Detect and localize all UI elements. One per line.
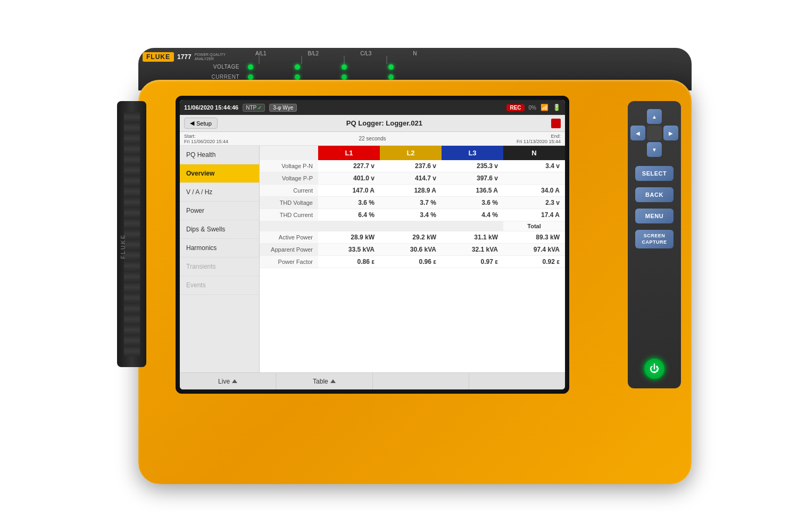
dpad-left-button[interactable]: ◀ — [630, 126, 645, 140]
val-thdv-l1: 3.6 % — [318, 197, 380, 209]
val-vpn-l2: 237.6 v — [380, 160, 442, 172]
dpad: ▲ ◀ ▶ ▼ — [630, 109, 678, 157]
led-current-l2 — [295, 74, 300, 80]
val-vpn-n: 3.4 v — [503, 160, 565, 172]
device-subtitle-2: ANALYZER — [195, 57, 226, 61]
val-app-l2: 30.6 kVA — [380, 244, 442, 256]
start-time: Start: Fri 11/06/2020 15:44 — [184, 134, 228, 144]
dpad-up-button[interactable]: ▲ — [647, 109, 662, 124]
live-button[interactable]: Live — [180, 373, 276, 389]
dpad-empty-tr — [663, 109, 678, 124]
wifi-icon: 📶 — [541, 104, 548, 111]
val-app-l1: 33.5 kVA — [318, 244, 380, 256]
table-row: Voltage P-P 401.0 v 414.7 v 397.6 v — [260, 172, 565, 185]
val-ap-l1: 28.9 kW — [318, 231, 380, 244]
pct-display: 0% — [529, 105, 536, 111]
label-thd-voltage: THD Voltage — [260, 197, 318, 209]
table-row: Current 147.0 A 128.9 A 136.5 A 34.0 A — [260, 185, 565, 197]
right-control-panel: ▲ ◀ ▶ ▼ SELECT BACK MENU SCREEN CAPTURE … — [628, 101, 681, 388]
table-row: Voltage P-N 227.7 v 237.6 v 235.3 v 3.4 … — [260, 160, 565, 172]
total-header: Total — [503, 221, 565, 231]
power-button[interactable]: ⏻ — [643, 357, 666, 380]
val-pf-l2: 0.96 ε — [380, 256, 442, 268]
mode-indicator: 3-φ Wye — [269, 104, 297, 112]
label-active-power: Active Power — [260, 231, 318, 244]
led-voltage-n — [388, 64, 394, 70]
separator-row: Total — [260, 221, 565, 231]
screen-bezel: 11/06/2020 15:44:46 NTP ✓ 3-φ Wye REC 0%… — [176, 96, 569, 394]
sidebar-item-pq-health[interactable]: PQ Health — [180, 146, 259, 164]
sidebar-item-transients[interactable]: Transients — [180, 257, 259, 276]
sidebar-item-harmonics[interactable]: Harmonics — [180, 239, 259, 257]
dpad-empty-bl — [630, 142, 645, 157]
label-apparent-power: Apparent Power — [260, 244, 318, 256]
channel-label-n: N — [413, 51, 417, 56]
time-range-bar: Start: Fri 11/06/2020 15:44 22 seconds E… — [180, 132, 565, 146]
label-power-factor: Power Factor — [260, 256, 318, 268]
device: A/L1 B/L2 C/L3 N VOLTAGE — [106, 48, 692, 484]
table-row: THD Current 6.4 % 3.4 % 4.4 % 17.4 A — [260, 209, 565, 221]
setup-button[interactable]: ◀ Setup — [184, 118, 218, 129]
table-row: Apparent Power 33.5 kVA 30.6 kVA 32.1 kV… — [260, 244, 565, 256]
sidebar-item-vahz[interactable]: V / A / Hz — [180, 183, 259, 202]
measurements-table: L1 L2 L3 N Voltage P-N 227.7 v 237.6 v — [260, 146, 565, 268]
data-area: L1 L2 L3 N Voltage P-N 227.7 v 237.6 v — [260, 146, 565, 372]
val-pf-total: 0.92 ε — [503, 256, 565, 268]
table-row: Power Factor 0.86 ε 0.96 ε 0.97 ε 0.92 ε — [260, 256, 565, 268]
back-button[interactable]: BACK — [635, 187, 674, 202]
end-time: End: Fri 11/13/2020 15:44 — [517, 134, 561, 144]
header-l3: L3 — [442, 146, 503, 160]
empty-btn-1 — [373, 373, 469, 389]
sidebar-item-dips-swells[interactable]: Dips & Swells — [180, 220, 259, 239]
sidebar: PQ Health Overview V / A / Hz Power Dips… — [180, 146, 260, 372]
sidebar-item-power[interactable]: Power — [180, 202, 259, 220]
led-voltage-l3 — [342, 64, 347, 70]
connector-line-2 — [301, 56, 302, 64]
val-pf-l1: 0.86 ε — [318, 256, 380, 268]
sidebar-item-events[interactable]: Events — [180, 276, 259, 295]
connector-line-4 — [386, 56, 387, 64]
val-vpn-l1: 227.7 v — [318, 160, 380, 172]
led-voltage-l2 — [295, 64, 300, 70]
val-vpp-l1: 401.0 v — [318, 172, 380, 185]
dpad-right-button[interactable]: ▶ — [663, 126, 678, 140]
table-button[interactable]: Table — [276, 373, 372, 389]
val-thdv-l2: 3.7 % — [380, 197, 442, 209]
label-voltage-pp: Voltage P-P — [260, 172, 318, 185]
setup-label: Setup — [196, 120, 212, 127]
model-number: 1777 — [177, 53, 192, 61]
battery-icon: 🔋 — [553, 104, 561, 111]
val-thdc-n: 17.4 A — [503, 209, 565, 221]
bottom-bar: Live Table — [180, 372, 565, 389]
ntp-check-icon: ✓ — [257, 105, 262, 111]
dpad-down-button[interactable]: ▼ — [647, 142, 662, 157]
val-thdc-l3: 4.4 % — [442, 209, 503, 221]
menu-button[interactable]: MENU — [635, 209, 674, 223]
val-thdv-n: 2.3 v — [503, 197, 565, 209]
sidebar-item-overview[interactable]: Overview — [180, 164, 259, 183]
dpad-empty-tl — [630, 109, 645, 124]
val-cur-l1: 147.0 A — [318, 185, 380, 197]
screen-capture-button[interactable]: SCREEN CAPTURE — [635, 230, 674, 248]
logger-title: PQ Logger: Logger.021 — [222, 119, 547, 127]
val-ap-l2: 29.2 kW — [380, 231, 442, 244]
table-label: Table — [313, 378, 328, 385]
val-vpn-l3: 235.3 v — [442, 160, 503, 172]
ntp-indicator: NTP ✓ — [243, 104, 265, 112]
val-ap-l3: 31.1 kW — [442, 231, 503, 244]
live-label: Live — [218, 378, 230, 385]
val-vpp-n — [503, 172, 565, 185]
led-voltage-l1 — [248, 64, 253, 70]
datetime-display: 11/06/2020 15:44:46 — [184, 104, 238, 111]
header-l2: L2 — [380, 146, 442, 160]
val-cur-n: 34.0 A — [503, 185, 565, 197]
table-row: Active Power 28.9 kW 29.2 kW 31.1 kW 89.… — [260, 231, 565, 244]
select-button[interactable]: SELECT — [635, 166, 674, 181]
led-current-l3 — [342, 74, 347, 80]
connector-line-1 — [259, 56, 260, 64]
stop-button[interactable] — [551, 119, 561, 128]
val-thdc-l2: 3.4 % — [380, 209, 442, 221]
header-l1: L1 — [318, 146, 380, 160]
duration-display: 22 seconds — [228, 136, 517, 142]
header-n: N — [503, 146, 565, 160]
